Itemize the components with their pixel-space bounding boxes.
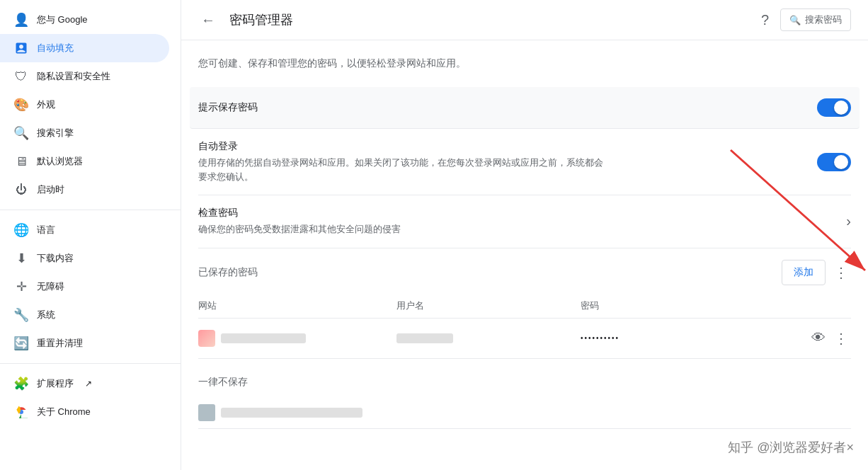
autofill-icon (14, 41, 28, 55)
system-icon: 🔧 (14, 308, 28, 322)
watermark: 知乎 @浏览器爱好者× (728, 439, 854, 456)
content-area: 您可创建、保存和管理您的密码，以便轻松登录网站和应用。 提示保存密码 自动登录 … (181, 40, 868, 470)
search-icon: 🔍 (789, 15, 801, 25)
sidebar-item-about[interactable]: 关于 Chrome (0, 398, 169, 426)
sidebar-item-label: 无障碍 (37, 280, 64, 293)
auto-signin-description: 使用存储的凭据自动登录网站和应用。如果关闭了该功能，在您每次登录网站或应用之前，… (198, 156, 609, 183)
sidebar-item-downloads[interactable]: ⬇ 下载内容 (0, 244, 169, 273)
check-passwords-description: 确保您的密码免受数据泄露和其他安全问题的侵害 (198, 222, 401, 236)
language-icon: 🌐 (14, 223, 28, 237)
auto-signin-toggle[interactable] (817, 153, 851, 171)
sidebar-item-label: 搜索引擎 (37, 127, 74, 139)
sidebar-item-label: 默认浏览器 (37, 155, 83, 168)
site-favicon (198, 330, 215, 347)
sidebar-item-label: 重置并清理 (37, 337, 83, 350)
col-site-header: 网站 (198, 299, 396, 312)
more-password-options-icon[interactable]: ⋮ (831, 327, 851, 350)
main-header: ← 密码管理器 ? 🔍 搜索密码 (181, 0, 868, 40)
shield-icon: 🛡 (14, 69, 28, 84)
browser-icon: 🖥 (14, 154, 28, 168)
sidebar-item-label: 启动时 (37, 183, 64, 196)
site-cell (198, 330, 396, 347)
sidebar-item-label: 关于 Chrome (37, 406, 91, 418)
site-name-blurred (221, 333, 306, 343)
sidebar-item-label: 外观 (37, 98, 55, 111)
chrome-icon (14, 405, 28, 419)
check-passwords-row[interactable]: 检查密码 确保您的密码免受数据泄露和其他安全问题的侵害 › (198, 195, 851, 248)
main-content: ← 密码管理器 ? 🔍 搜索密码 您可创建、保存和管理您的密码，以便轻松登录网站… (181, 0, 868, 470)
save-passwords-row: 提示保存密码 (190, 87, 860, 129)
sidebar: 👤 您与 Google 自动填充 🛡 隐私设置和安全性 🎨 外观 🔍 搜索引擎 … (0, 0, 181, 470)
sidebar-item-autofill[interactable]: 自动填充 (0, 34, 169, 62)
sidebar-item-label: 自动填充 (37, 42, 74, 55)
col-user-header: 用户名 (396, 299, 581, 312)
sidebar-item-search-engine[interactable]: 🔍 搜索引擎 (0, 119, 169, 147)
add-password-button[interactable]: 添加 (782, 260, 826, 285)
page-title: 密码管理器 (229, 11, 747, 28)
saved-passwords-section: 已保存的密码 添加 ⋮ 网站 用户名 密码 (198, 260, 851, 359)
col-pass-header: 密码 (581, 299, 851, 312)
sidebar-item-accessibility[interactable]: ✛ 无障碍 (0, 273, 169, 301)
power-icon: ⏻ (14, 183, 28, 197)
sidebar-divider-2 (0, 363, 181, 364)
check-passwords-text: 检查密码 确保您的密码免受数据泄露和其他安全问题的侵害 (198, 207, 401, 236)
sidebar-item-appearance[interactable]: 🎨 外观 (0, 91, 169, 119)
sidebar-divider (0, 210, 181, 210)
sidebar-item-language[interactable]: 🌐 语言 (0, 216, 169, 244)
person-icon: 👤 (14, 13, 28, 27)
table-row: •••••••••• 👁 ⋮ (198, 319, 851, 359)
back-button[interactable]: ← (198, 9, 218, 31)
sidebar-item-startup[interactable]: ⏻ 启动时 (0, 176, 169, 204)
save-passwords-text: 提示保存密码 (198, 101, 258, 114)
search-engine-icon: 🔍 (14, 126, 28, 140)
sidebar-item-label: 语言 (37, 224, 55, 236)
never-site-blurred (221, 408, 362, 418)
more-options-icon[interactable]: ⋮ (831, 261, 851, 284)
page-description: 您可创建、保存和管理您的密码，以便轻松登录网站和应用。 (198, 57, 851, 70)
never-save-row (198, 397, 851, 429)
show-password-icon[interactable]: 👁 (809, 327, 828, 349)
never-save-title: 一律不保存 (198, 376, 851, 389)
sidebar-item-label: 扩展程序 (37, 377, 74, 390)
never-site-favicon (198, 404, 215, 421)
sidebar-item-label: 下载内容 (37, 252, 74, 265)
password-dots: •••••••••• (581, 334, 619, 342)
save-passwords-toggle[interactable] (817, 98, 851, 117)
saved-passwords-header: 已保存的密码 添加 ⋮ (198, 260, 851, 285)
chevron-right-icon: › (846, 213, 851, 229)
saved-passwords-actions: 添加 ⋮ (782, 260, 851, 285)
sidebar-item-extensions[interactable]: 🧩 扩展程序 ↗ (0, 369, 169, 398)
header-actions: ? 🔍 搜索密码 (758, 8, 851, 31)
sidebar-item-google[interactable]: 👤 您与 Google (0, 6, 169, 34)
save-passwords-label: 提示保存密码 (198, 101, 258, 114)
sidebar-item-label: 系统 (37, 309, 55, 321)
user-cell (396, 333, 581, 343)
auto-signin-label: 自动登录 (198, 140, 609, 153)
table-header: 网站 用户名 密码 (198, 294, 851, 319)
reset-icon: 🔄 (14, 336, 28, 350)
search-passwords[interactable]: 🔍 搜索密码 (780, 8, 851, 31)
external-link-icon: ↗ (85, 379, 92, 389)
search-label: 搜索密码 (805, 13, 842, 26)
help-icon[interactable]: ? (758, 9, 772, 31)
check-passwords-label: 检查密码 (198, 207, 401, 219)
sidebar-item-reset[interactable]: 🔄 重置并清理 (0, 329, 169, 357)
sidebar-item-label: 隐私设置和安全性 (37, 70, 110, 83)
download-icon: ⬇ (14, 251, 28, 265)
extensions-icon: 🧩 (14, 377, 28, 391)
sidebar-item-privacy[interactable]: 🛡 隐私设置和安全性 (0, 62, 169, 91)
auto-signin-row: 自动登录 使用存储的凭据自动登录网站和应用。如果关闭了该功能，在您每次登录网站或… (198, 129, 851, 195)
palette-icon: 🎨 (14, 98, 28, 112)
password-row-actions: 👁 ⋮ (809, 327, 851, 350)
never-save-section: 一律不保存 (198, 376, 851, 429)
accessibility-icon: ✛ (14, 280, 28, 294)
sidebar-item-default-browser[interactable]: 🖥 默认浏览器 (0, 147, 169, 176)
saved-passwords-title: 已保存的密码 (198, 266, 258, 279)
sidebar-item-system[interactable]: 🔧 系统 (0, 301, 169, 329)
pass-cell: •••••••••• 👁 ⋮ (581, 327, 851, 350)
sidebar-item-label: 您与 Google (37, 13, 88, 26)
auto-signin-text: 自动登录 使用存储的凭据自动登录网站和应用。如果关闭了该功能，在您每次登录网站或… (198, 140, 609, 183)
username-blurred (396, 333, 453, 343)
